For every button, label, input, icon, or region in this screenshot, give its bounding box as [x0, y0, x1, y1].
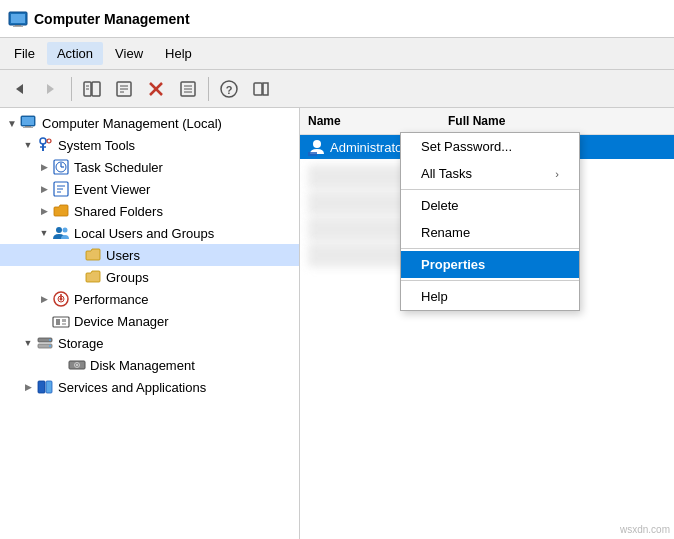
expand-event-viewer: ▶	[36, 181, 52, 197]
menu-view[interactable]: View	[105, 42, 153, 65]
svg-point-28	[40, 138, 46, 144]
ctx-properties[interactable]: Properties	[401, 251, 579, 278]
properties-button[interactable]	[109, 75, 139, 103]
tree-node-shared-folders[interactable]: ▶ Shared Folders	[0, 200, 299, 222]
left-pane: ▼ Computer Management (Local) ▼	[0, 108, 300, 539]
services-label: Services and Applications	[58, 380, 206, 395]
menu-bar: File Action View Help	[0, 38, 674, 70]
system-tools-label: System Tools	[58, 138, 135, 153]
admin-user-icon	[308, 138, 326, 156]
tree-node-disk-management[interactable]: Disk Management	[0, 354, 299, 376]
svg-rect-1	[11, 14, 25, 23]
forward-button[interactable]	[36, 75, 66, 103]
ctx-set-password[interactable]: Set Password...	[401, 133, 579, 160]
tree-node-system-tools[interactable]: ▼ System Tools	[0, 134, 299, 156]
tree-node-task-scheduler[interactable]: ▶ Task Scheduler	[0, 156, 299, 178]
expand-groups-dummy	[68, 269, 84, 285]
svg-marker-5	[47, 84, 54, 94]
expand-services: ▶	[20, 379, 36, 395]
expand-local-users: ▼	[36, 225, 52, 241]
event-icon	[52, 180, 70, 198]
svg-point-59	[313, 140, 321, 148]
svg-rect-3	[13, 26, 23, 27]
svg-rect-22	[254, 83, 262, 95]
tree-node-performance[interactable]: ▶ Performance	[0, 288, 299, 310]
event-viewer-label: Event Viewer	[74, 182, 150, 197]
toolbar: ?	[0, 70, 674, 108]
svg-text:?: ?	[226, 84, 233, 96]
context-menu: Set Password... All Tasks › Delete Renam…	[400, 132, 580, 311]
admin-name: Administrator	[330, 140, 407, 155]
window-title: Computer Management	[34, 11, 190, 27]
help-button[interactable]: ?	[214, 75, 244, 103]
expand-performance: ▶	[36, 291, 52, 307]
expand-task-scheduler: ▶	[36, 159, 52, 175]
tree-node-storage[interactable]: ▼ Storage	[0, 332, 299, 354]
menu-file[interactable]: File	[4, 42, 45, 65]
show-console-button[interactable]	[77, 75, 107, 103]
svg-rect-49	[62, 323, 66, 325]
task-icon	[52, 158, 70, 176]
local-users-label: Local Users and Groups	[74, 226, 214, 241]
menu-action[interactable]: Action	[47, 42, 103, 65]
svg-marker-23	[263, 83, 268, 95]
tree-node-event-viewer[interactable]: ▶ Event Viewer	[0, 178, 299, 200]
svg-rect-48	[62, 319, 66, 322]
title-bar: Computer Management	[0, 0, 674, 38]
svg-rect-46	[53, 317, 69, 327]
tree-node-root[interactable]: ▼ Computer Management (Local)	[0, 112, 299, 134]
tree-node-users[interactable]: Users	[0, 244, 299, 266]
all-tasks-arrow: ›	[555, 168, 559, 180]
ctx-sep-3	[401, 280, 579, 281]
ctx-sep-1	[401, 189, 579, 190]
tree-node-local-users[interactable]: ▼ Local Users and Groups	[0, 222, 299, 244]
menu-help[interactable]: Help	[155, 42, 202, 65]
back-button[interactable]	[4, 75, 34, 103]
svg-rect-60	[308, 152, 317, 156]
svg-point-56	[76, 364, 78, 366]
storage-label: Storage	[58, 336, 104, 351]
col-header-name[interactable]: Name	[300, 112, 440, 130]
ctx-all-tasks[interactable]: All Tasks ›	[401, 160, 579, 187]
svg-rect-27	[23, 127, 33, 128]
toolbar-sep-1	[71, 77, 72, 101]
svg-marker-4	[16, 84, 23, 94]
ctx-rename[interactable]: Rename	[401, 219, 579, 246]
svg-point-31	[47, 139, 51, 143]
storage-icon	[36, 334, 54, 352]
root-label: Computer Management (Local)	[42, 116, 222, 131]
export-button[interactable]	[173, 75, 203, 103]
ctx-sep-2	[401, 248, 579, 249]
shared-folders-label: Shared Folders	[74, 204, 163, 219]
ctx-help[interactable]: Help	[401, 283, 579, 310]
device-manager-label: Device Manager	[74, 314, 169, 329]
main-area: ▼ Computer Management (Local) ▼	[0, 108, 674, 539]
column-headers: Name Full Name	[300, 108, 674, 135]
expand-storage: ▼	[20, 335, 36, 351]
tree-node-groups[interactable]: Groups	[0, 266, 299, 288]
svg-rect-57	[38, 381, 45, 393]
svg-rect-58	[46, 381, 52, 393]
users-label: Users	[106, 248, 140, 263]
tree-node-device-manager[interactable]: Device Manager	[0, 310, 299, 332]
extra-button[interactable]	[246, 75, 276, 103]
services-icon	[36, 378, 54, 396]
disk-icon	[68, 356, 86, 374]
task-scheduler-label: Task Scheduler	[74, 160, 163, 175]
ctx-delete[interactable]: Delete	[401, 192, 579, 219]
svg-point-40	[56, 227, 62, 233]
tree-node-services[interactable]: ▶ Services and Applications	[0, 376, 299, 398]
performance-label: Performance	[74, 292, 148, 307]
groups-label: Groups	[106, 270, 149, 285]
device-icon	[52, 312, 70, 330]
performance-icon	[52, 290, 70, 308]
svg-point-52	[49, 339, 51, 341]
svg-rect-25	[22, 117, 34, 125]
delete-button[interactable]	[141, 75, 171, 103]
users-folder-icon	[84, 246, 102, 264]
col-header-fullname: Full Name	[440, 112, 674, 130]
shared-icon	[52, 202, 70, 220]
toolbar-sep-2	[208, 77, 209, 101]
svg-point-41	[63, 228, 68, 233]
svg-rect-47	[56, 319, 60, 325]
